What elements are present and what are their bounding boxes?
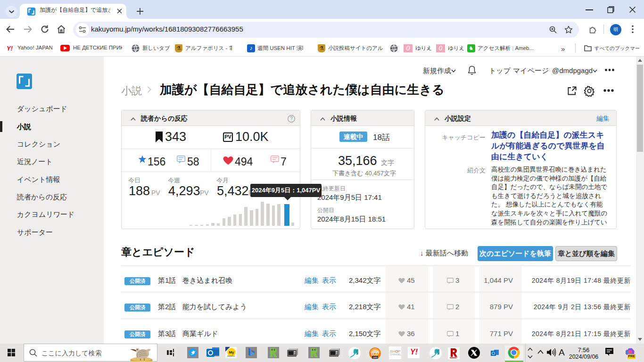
svg-text:My: My <box>229 350 234 354</box>
svg-text:docomo: docomo <box>227 355 235 357</box>
